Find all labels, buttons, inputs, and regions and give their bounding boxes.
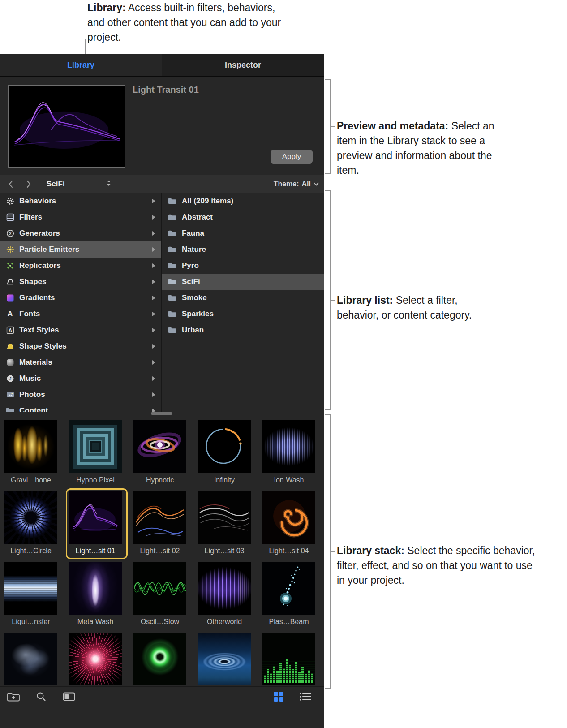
tab-library[interactable]: Library	[0, 54, 162, 76]
folder-item-pyro[interactable]: Pyro	[162, 258, 324, 274]
disclosure-arrow-icon	[152, 328, 155, 332]
stack-item-light-circle[interactable]: Light…Circle	[4, 491, 57, 556]
disclosure-arrow-icon	[152, 296, 155, 300]
stack-item-label: Meta Wash	[64, 618, 126, 626]
stack-thumbnail	[69, 562, 122, 615]
stack-item-ion-wash[interactable]: Ion Wash	[262, 420, 315, 485]
stack-item-plasma-beam[interactable]: Plas…Beam	[262, 562, 315, 626]
folder-item-all[interactable]: All (209 items)	[162, 193, 324, 209]
back-button[interactable]	[6, 180, 15, 189]
folder-item-smoke[interactable]: Smoke	[162, 290, 324, 306]
new-folder-button[interactable]	[5, 690, 21, 703]
sidebar-item-filters[interactable]: Filters	[0, 209, 161, 225]
callout-library-connector-line	[85, 39, 86, 54]
stack-item-light-transit-02[interactable]: Light…sit 02	[133, 491, 186, 556]
folder-plus-icon	[7, 692, 20, 702]
sidebar-item-replicators[interactable]: Replicators	[0, 258, 161, 274]
search-button[interactable]	[33, 690, 49, 703]
generators-icon: 2	[5, 229, 15, 238]
stack-item-label: Infinity	[193, 476, 255, 485]
callout-preview: Preview and metadata: Select an item in …	[337, 119, 514, 178]
stack-thumbnail	[69, 420, 122, 473]
disclosure-arrow-icon	[152, 376, 155, 381]
stack-thumbnail	[133, 562, 186, 615]
stack-thumbnail	[133, 633, 186, 685]
stack-item-label: Hypnotic	[129, 476, 191, 485]
sidebar-item-behaviors[interactable]: Behaviors	[0, 193, 161, 209]
stack-thumbnail	[198, 633, 251, 685]
list-view-button[interactable]	[297, 690, 314, 703]
stack-thumbnail	[69, 491, 122, 544]
toggle-preview-button[interactable]	[61, 690, 77, 703]
folder-item-sparkles[interactable]: Sparkles	[162, 306, 324, 322]
folder-item-scifi[interactable]: SciFi	[162, 274, 324, 290]
disclosure-arrow-icon	[152, 231, 155, 236]
shape-outline-icon	[5, 277, 15, 287]
sidebar-item-fonts[interactable]: A Fonts	[0, 306, 161, 322]
folder-item-fauna[interactable]: Fauna	[162, 225, 324, 241]
sidebar-item-shapes[interactable]: Shapes	[0, 274, 161, 290]
stack-item-label: Light…sit 02	[129, 547, 191, 556]
disclosure-arrow-icon	[152, 215, 155, 220]
list-view-icon	[299, 692, 312, 702]
icon-view-button[interactable]	[271, 690, 287, 703]
folder-icon	[167, 229, 177, 237]
gear-icon	[5, 197, 15, 206]
library-panel: Library Inspector Light Transit 01	[0, 54, 324, 728]
folder-icon	[167, 262, 177, 270]
stack-item-infinity[interactable]: Infinity	[198, 420, 251, 485]
callout-library-list-lead: Library list:	[337, 294, 393, 306]
sidebar-item-content[interactable]: Content	[0, 403, 161, 412]
yellow-trapezoid-icon	[5, 342, 15, 351]
tab-inspector[interactable]: Inspector	[162, 54, 324, 76]
theme-dropdown[interactable]: Theme: All	[274, 175, 319, 193]
sidebar-item-shape-styles[interactable]: Shape Styles	[0, 338, 161, 354]
up-down-stepper-icon	[106, 179, 112, 190]
stack-item-oscilloscope-slow[interactable]: Oscil…Slow	[133, 562, 186, 626]
folder-item-abstract[interactable]: Abstract	[162, 209, 324, 225]
stack-item-meta-wash[interactable]: Meta Wash	[69, 562, 122, 626]
sidebar-item-particle-emitters[interactable]: Particle Emitters	[0, 241, 161, 258]
callout-library-stack-lead: Library stack:	[337, 545, 404, 556]
bracket-library-stack	[325, 414, 331, 689]
sidebar-item-generators[interactable]: 2 Generators	[0, 225, 161, 241]
folder-item-nature[interactable]: Nature	[162, 241, 324, 258]
sidebar-item-music[interactable]: ♪ Music	[0, 370, 161, 387]
screenshot-canvas: Library: Access built-in filters, behavi…	[0, 0, 567, 728]
stack-item-label: Oscil…Slow	[129, 618, 191, 626]
disclosure-arrow-icon	[152, 409, 155, 412]
stack-item-otherworld[interactable]: Otherworld	[198, 562, 251, 626]
sidebar-item-text-styles[interactable]: A Text Styles	[0, 322, 161, 338]
stack-item-label: Light…sit 04	[258, 547, 320, 556]
stack-item-liquid-transfer[interactable]: Liqui…nsfer	[4, 562, 57, 626]
sidebar-item-photos[interactable]: Photos	[0, 387, 161, 403]
folder-item-urban[interactable]: Urban	[162, 322, 324, 338]
forward-button[interactable]	[24, 180, 33, 189]
pane-resize-handle[interactable]	[151, 412, 172, 415]
stack-item-light-transit-03[interactable]: Light…sit 03	[198, 491, 251, 556]
library-nav-bar: SciFi Theme: All	[0, 175, 324, 193]
bracket-library-list-dash	[331, 300, 335, 301]
stack-thumbnail	[262, 491, 315, 544]
stack-item-light-transit-01[interactable]: Light…sit 01	[69, 491, 122, 556]
stack-item-label: Light…Circle	[0, 547, 62, 556]
category-combo[interactable]: SciFi	[47, 175, 112, 193]
disclosure-arrow-icon	[152, 360, 155, 365]
disclosure-arrow-icon	[152, 392, 155, 397]
disclosure-arrow-icon	[152, 199, 155, 203]
stack-item-hypno-pixel[interactable]: Hypno Pixel	[69, 420, 122, 485]
stack-thumbnail	[69, 633, 122, 685]
stack-item-hypnotic[interactable]: Hypnotic	[133, 420, 186, 485]
stack-item-graviton-phone[interactable]: Gravi…hone	[4, 420, 57, 485]
stack-thumbnail	[198, 420, 251, 473]
sidebar-item-gradients[interactable]: Gradients	[0, 290, 161, 306]
chevron-right-icon	[26, 180, 31, 189]
photo-icon	[5, 390, 15, 400]
stack-thumbnail	[198, 562, 251, 615]
stack-item-light-transit-04[interactable]: Light…sit 04	[262, 491, 315, 556]
apply-button[interactable]: Apply	[271, 150, 313, 164]
search-icon	[36, 691, 47, 702]
stack-item-label: Liqui…nsfer	[0, 618, 62, 626]
music-note-icon: ♪	[5, 374, 15, 383]
sidebar-item-materials[interactable]: Materials	[0, 354, 161, 370]
